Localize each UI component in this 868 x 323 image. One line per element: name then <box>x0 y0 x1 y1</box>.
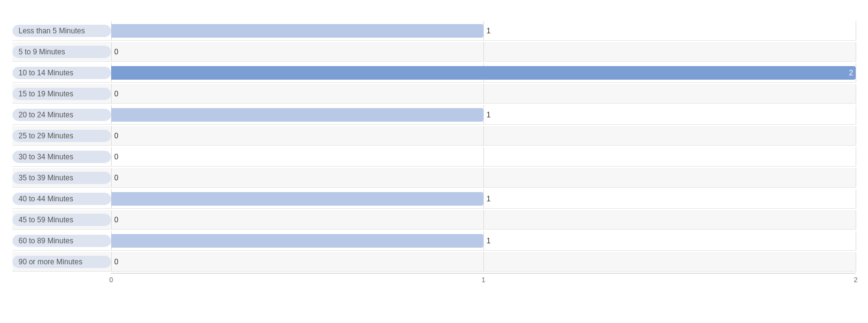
bar-track: 1 <box>111 231 856 250</box>
bar-value: 0 <box>114 48 119 56</box>
bar-fill <box>111 66 856 80</box>
bar-value: 1 <box>486 237 491 245</box>
bar-value: 1 <box>486 111 491 119</box>
bar-track: 0 <box>111 252 856 271</box>
bar-label: 20 to 24 Minutes <box>12 109 111 121</box>
bar-label: 60 to 89 Minutes <box>12 235 111 247</box>
bar-fill <box>111 108 483 122</box>
bar-track: 1 <box>111 105 856 124</box>
bar-track: 0 <box>111 210 856 229</box>
bar-fill <box>111 24 483 38</box>
bar-value: 1 <box>486 195 491 203</box>
bar-value: 0 <box>114 132 119 140</box>
bar-track: 0 <box>111 126 856 145</box>
bar-row: 35 to 39 Minutes0 <box>12 168 856 188</box>
bar-label: 15 to 19 Minutes <box>12 88 111 100</box>
bar-label: 25 to 29 Minutes <box>12 130 111 142</box>
bar-row: 30 to 34 Minutes0 <box>12 147 856 167</box>
bar-fill <box>111 192 483 206</box>
bar-row: 60 to 89 Minutes1 <box>12 231 856 251</box>
bar-label: 5 to 9 Minutes <box>12 46 111 58</box>
bar-value: 1 <box>486 27 491 35</box>
bar-value: 0 <box>114 216 119 224</box>
bar-row: 25 to 29 Minutes0 <box>12 126 856 146</box>
bar-track: 0 <box>111 42 856 61</box>
bar-row: 40 to 44 Minutes1 <box>12 189 856 209</box>
bar-label: 10 to 14 Minutes <box>12 67 111 79</box>
bar-label: 90 or more Minutes <box>12 256 111 268</box>
bar-row: 15 to 19 Minutes0 <box>12 84 856 104</box>
bar-label: 45 to 59 Minutes <box>12 214 111 226</box>
bar-fill <box>111 234 483 248</box>
bar-track: 2 <box>111 63 856 82</box>
bar-row: Less than 5 Minutes1 <box>12 21 856 41</box>
bar-row: 90 or more Minutes0 <box>12 252 856 272</box>
x-axis-tick: 1 <box>482 276 485 283</box>
x-axis-tick: 0 <box>109 276 113 283</box>
x-axis-tick: 2 <box>854 276 858 283</box>
bar-value: 0 <box>114 258 119 266</box>
bar-row: 5 to 9 Minutes0 <box>12 42 856 62</box>
bar-track: 0 <box>111 168 856 187</box>
bars-wrapper: Less than 5 Minutes15 to 9 Minutes010 to… <box>12 21 856 272</box>
bar-label: Less than 5 Minutes <box>12 25 111 37</box>
bar-track: 0 <box>111 147 856 166</box>
bar-label: 35 to 39 Minutes <box>12 172 111 184</box>
x-axis: 012 <box>111 273 856 285</box>
bar-track: 1 <box>111 21 856 40</box>
bar-value: 0 <box>114 153 119 161</box>
bar-label: 30 to 34 Minutes <box>12 151 111 163</box>
bar-label: 40 to 44 Minutes <box>12 193 111 205</box>
bar-track: 1 <box>111 189 856 208</box>
bar-row: 20 to 24 Minutes1 <box>12 105 856 125</box>
bar-value: 0 <box>114 174 119 182</box>
bar-track: 0 <box>111 84 856 103</box>
bar-row: 45 to 59 Minutes0 <box>12 210 856 230</box>
chart-container: Less than 5 Minutes15 to 9 Minutes010 to… <box>0 6 868 304</box>
bar-value: 0 <box>114 90 119 98</box>
bar-row: 10 to 14 Minutes2 <box>12 63 856 83</box>
bar-value: 2 <box>849 69 853 77</box>
